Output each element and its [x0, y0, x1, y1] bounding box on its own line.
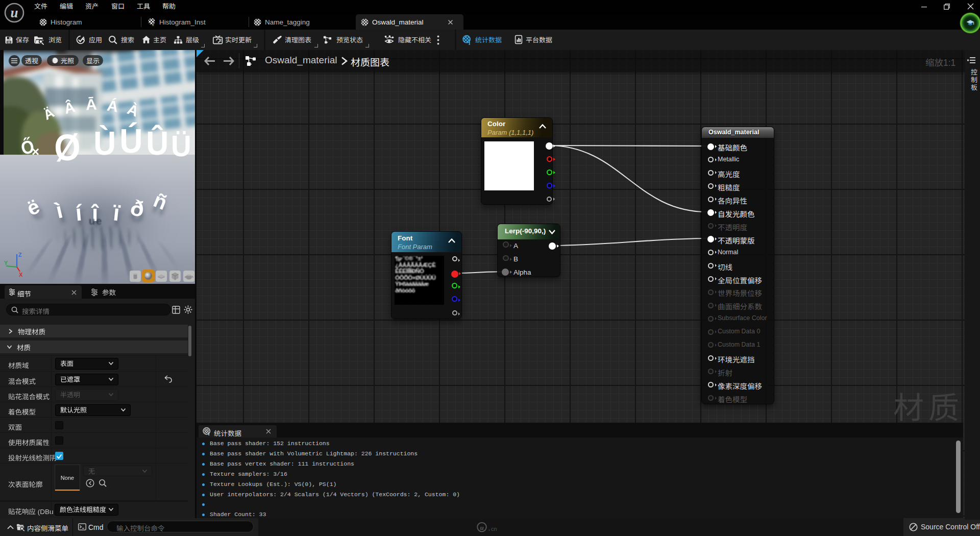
svg-text:Z: Z: [18, 252, 22, 258]
svg-text:X: X: [19, 272, 23, 278]
svg-text:u: u: [10, 5, 18, 20]
svg-text:i: i: [208, 431, 210, 436]
svg-text:x: x: [152, 22, 154, 27]
svg-text:cn: cn: [491, 526, 497, 532]
svg-text:u: u: [480, 524, 483, 531]
svg-text:Y: Y: [4, 260, 8, 266]
